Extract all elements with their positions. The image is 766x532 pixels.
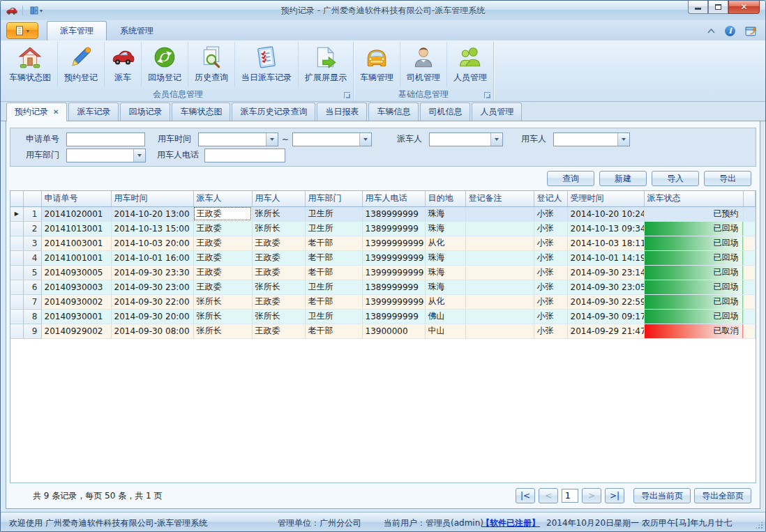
cell-dispatcher[interactable]: 王政委 [193, 280, 252, 294]
col-header-use-time[interactable]: 用车时间 [111, 191, 193, 206]
document-tab[interactable]: 车辆状态图 [172, 102, 230, 121]
info-icon[interactable]: i [725, 26, 735, 36]
last-page-button[interactable]: >| [605, 488, 624, 503]
car-user-input[interactable] [554, 133, 617, 146]
cell-registrar[interactable]: 小张 [534, 265, 567, 280]
layout-toggle-button[interactable]: ▾ [28, 6, 45, 15]
ribbon-button[interactable]: 派车 [105, 42, 142, 87]
cell-destination[interactable]: 珠海 [425, 250, 465, 265]
cell-status[interactable]: 已回场 [644, 280, 743, 294]
use-time-from-combobox[interactable] [198, 132, 278, 146]
tab-close-icon[interactable]: ✕ [53, 108, 59, 116]
dialog-launcher-icon[interactable] [484, 92, 490, 98]
cell-car-user[interactable]: 张所长 [252, 309, 305, 324]
cell-dispatcher[interactable]: 王政委 [193, 265, 252, 280]
cell-dispatcher[interactable]: 王政委 [193, 221, 252, 236]
col-header-status[interactable]: 派车状态 [644, 191, 743, 206]
cell-dept[interactable]: 老干部 [305, 265, 362, 280]
cell-remark[interactable] [465, 294, 534, 309]
ribbon-button[interactable]: 人员管理 [447, 42, 493, 87]
cell-registrar[interactable]: 小张 [534, 250, 567, 265]
page-number-input[interactable] [562, 489, 578, 503]
cell-status[interactable]: 已回场 [644, 250, 743, 265]
row-indicator-cell[interactable] [10, 324, 23, 338]
table-row[interactable]: 8 20140930001 2014-09-30 20:00 张所长 张所长 卫… [10, 309, 756, 324]
col-header-accept-time[interactable]: 受理时间 [567, 191, 644, 206]
table-row[interactable]: 3 20141003001 2014-10-03 20:00 王政委 王政委 老… [10, 236, 756, 250]
row-indicator-cell[interactable] [10, 265, 23, 280]
row-number-cell[interactable]: 1 [23, 206, 41, 221]
table-row[interactable]: 7 20140930002 2014-09-30 22:00 张所长 王政委 老… [10, 294, 756, 309]
row-indicator-cell[interactable] [10, 309, 23, 324]
document-tab[interactable]: 车辆信息 [368, 102, 419, 121]
cell-remark[interactable] [465, 324, 534, 338]
ribbon-button[interactable]: 当日派车记录 [235, 42, 299, 87]
cell-registrar[interactable]: 小张 [534, 221, 567, 236]
license-registered-link[interactable]: 【软件已注册】 [481, 517, 540, 529]
cell-phone[interactable]: 13900000 [362, 324, 425, 338]
new-button[interactable]: 新建 [599, 171, 647, 186]
dept-combobox[interactable] [66, 149, 146, 162]
application-menu-button[interactable]: ▾ [6, 22, 38, 39]
row-number-cell[interactable]: 4 [23, 250, 41, 265]
cell-registrar[interactable]: 小张 [534, 280, 567, 294]
car-user-combobox[interactable] [553, 132, 630, 146]
cell-destination[interactable]: 从化 [425, 236, 465, 250]
cell-remark[interactable] [465, 206, 534, 221]
cell-remark[interactable] [465, 250, 534, 265]
cell-use-time[interactable]: 2014-10-13 15:00 [111, 221, 193, 236]
document-tab[interactable]: 人员管理 [472, 102, 522, 121]
cell-accept-time[interactable]: 2014-10-03 18:11 [567, 236, 644, 250]
cell-use-time[interactable]: 2014-09-30 20:00 [111, 309, 193, 324]
cell-remark[interactable] [465, 280, 534, 294]
phone-input[interactable] [204, 149, 285, 162]
cell-accept-time[interactable]: 2014-09-30 09:17 [567, 309, 644, 324]
ribbon-button[interactable]: 历史查询 [188, 42, 235, 87]
cell-dept[interactable]: 老干部 [305, 250, 362, 265]
close-button[interactable]: ✕ [728, 1, 760, 14]
cell-car-user[interactable]: 张所长 [252, 280, 305, 294]
cell-use-time[interactable]: 2014-09-30 23:00 [111, 280, 193, 294]
col-header-destination[interactable]: 目的地 [425, 191, 465, 206]
cell-car-user[interactable]: 王政委 [252, 250, 305, 265]
dispatcher-combobox[interactable] [429, 132, 503, 146]
document-tab[interactable]: 司机信息 [420, 102, 470, 121]
cell-phone[interactable]: 1389999999 [362, 221, 425, 236]
row-number-cell[interactable]: 2 [23, 221, 41, 236]
cell-remark[interactable] [465, 221, 534, 236]
export-all-pages-button[interactable]: 导出全部页 [694, 488, 751, 503]
cell-car-user[interactable]: 王政委 [252, 324, 305, 338]
row-indicator-cell[interactable] [10, 236, 23, 250]
cell-status[interactable]: 已回场 [644, 309, 743, 324]
cell-destination[interactable]: 中山 [425, 324, 465, 338]
cell-use-time[interactable]: 2014-09-30 23:30 [111, 265, 193, 280]
dropdown-button[interactable] [133, 149, 145, 162]
cell-status[interactable]: 已回场 [644, 221, 743, 236]
dept-input[interactable] [67, 149, 133, 162]
cell-accept-time[interactable]: 2014-09-30 23:05 [567, 280, 644, 294]
ribbon-button[interactable]: 回场登记 [142, 42, 188, 87]
cell-destination[interactable]: 从化 [425, 294, 465, 309]
ribbon-button[interactable]: 预约登记 [58, 42, 105, 87]
row-indicator-cell[interactable] [10, 280, 23, 294]
cell-accept-time[interactable]: 2014-09-30 23:14 [567, 265, 644, 280]
dialog-launcher-icon[interactable] [344, 92, 350, 98]
cell-status[interactable]: 已取消 [644, 324, 743, 338]
resize-grip[interactable] [755, 521, 763, 529]
cell-car-user[interactable]: 王政委 [252, 265, 305, 280]
cell-car-user[interactable]: 张所长 [252, 206, 305, 221]
first-page-button[interactable]: |< [516, 488, 535, 503]
cell-destination[interactable]: 珠海 [425, 206, 465, 221]
cell-accept-time[interactable]: 2014-10-01 14:19 [567, 250, 644, 265]
cell-accept-time[interactable]: 2014-09-29 21:47 [567, 324, 644, 338]
col-header-dispatcher[interactable]: 派车人 [193, 191, 252, 206]
cell-dept[interactable]: 老干部 [305, 236, 362, 250]
dropdown-button[interactable] [359, 133, 371, 146]
cell-accept-time[interactable]: 2014-10-20 10:24 [567, 206, 644, 221]
cell-dept[interactable]: 老干部 [305, 294, 362, 309]
document-tab[interactable]: 派车历史记录查询 [232, 102, 315, 121]
cell-order-no[interactable]: 20141003001 [41, 236, 111, 250]
cell-dispatcher[interactable]: 张所长 [193, 324, 252, 338]
cell-accept-time[interactable]: 2014-09-30 22:59 [567, 294, 644, 309]
row-indicator-cell[interactable] [10, 221, 23, 236]
